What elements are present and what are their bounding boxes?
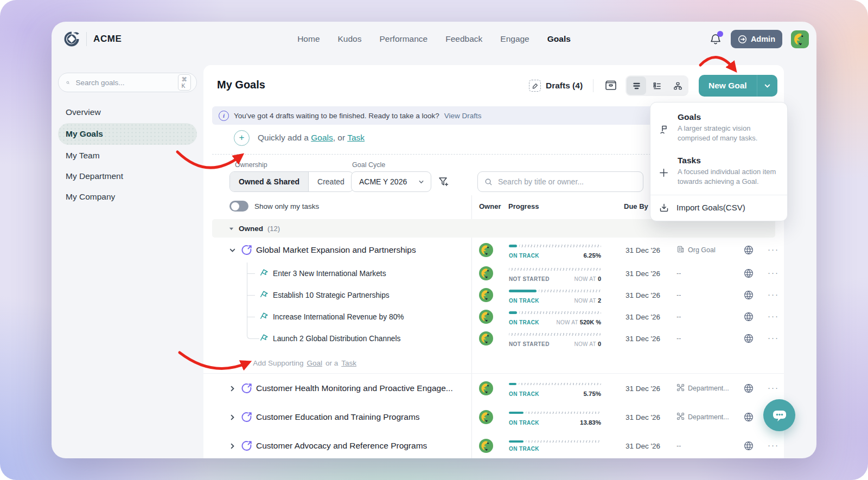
dropdown-item-goals[interactable]: Goals A larger strategic vision comprise… <box>650 106 787 149</box>
goal-title[interactable]: Customer Advocacy and Reference Programs <box>256 441 427 451</box>
ownership-owned-shared[interactable]: Owned & Shared <box>230 172 309 191</box>
search-goals-input[interactable] <box>75 78 173 87</box>
goal-flag-icon <box>659 112 671 144</box>
goal-title[interactable]: Customer Education and Training Programs <box>256 412 420 422</box>
goal-icon <box>240 411 253 424</box>
sidebar-item-my-company[interactable]: My Company <box>52 187 203 207</box>
chat-fab-button[interactable] <box>763 399 795 431</box>
goal-row[interactable]: Customer Health Monitoring and Proactive… <box>203 373 784 402</box>
dropdown-item-import-csv[interactable]: Import Goals(CSV) <box>650 195 787 221</box>
row-more-button[interactable]: ··· <box>768 245 779 254</box>
visibility-globe-icon <box>743 311 754 322</box>
owner-avatar[interactable] <box>479 266 493 280</box>
collapse-chevron-icon[interactable] <box>229 246 237 254</box>
admin-button[interactable]: Admin <box>731 30 782 48</box>
expand-chevron-icon[interactable] <box>229 413 237 421</box>
sidebar-item-my-department[interactable]: My Department <box>52 166 203 187</box>
task-title[interactable]: Establish 10 Strategic Partnerships <box>273 291 390 299</box>
header-divider <box>593 79 593 92</box>
progress-bar <box>509 440 601 443</box>
filter-add-icon[interactable] <box>438 176 450 188</box>
view-compact-rows[interactable] <box>627 76 646 95</box>
sidebar-item-my-team[interactable]: My Team <box>52 145 203 166</box>
nav-engage[interactable]: Engage <box>500 34 529 44</box>
table-search[interactable] <box>477 171 643 192</box>
nav-goals[interactable]: Goals <box>547 34 571 44</box>
metric-label: NOW AT <box>574 276 597 282</box>
expand-chevron-icon[interactable] <box>229 385 237 392</box>
goal-title[interactable]: Global Market Expansion and Partnerships <box>256 245 416 255</box>
sidebar-item-overview[interactable]: Overview <box>52 102 203 123</box>
nav-feedback[interactable]: Feedback <box>445 34 482 44</box>
row-more-button[interactable]: ··· <box>768 440 779 450</box>
progress-bar <box>509 412 601 414</box>
section-owned[interactable]: Owned (12) <box>212 219 775 238</box>
network-icon <box>676 412 685 422</box>
task-flag-icon <box>259 312 269 322</box>
org-icon <box>676 245 685 255</box>
drafts-button[interactable]: Drafts (4) <box>529 80 583 92</box>
row-more-button[interactable]: ··· <box>768 311 779 321</box>
due-date: 31 Dec '26 <box>626 313 660 321</box>
ownership-created[interactable]: Created <box>309 172 353 191</box>
quick-add-task-link[interactable]: Task <box>347 133 365 142</box>
new-goal-button[interactable]: New Goal <box>699 75 777 97</box>
goal-cycle-select[interactable]: ACME Y 2026 <box>351 171 431 192</box>
new-goal-dropdown-caret[interactable] <box>757 75 777 97</box>
goal-type-tag: -- <box>676 291 681 299</box>
network-icon <box>676 383 685 393</box>
show-only-my-tasks-toggle[interactable] <box>229 201 248 212</box>
add-plus-icon[interactable]: + <box>242 358 247 368</box>
add-supporting-goal-link[interactable]: Goal <box>307 359 322 367</box>
goal-row[interactable]: Global Market Expansion and Partnerships… <box>203 238 784 263</box>
notifications-bell-icon[interactable] <box>709 33 722 46</box>
row-more-button[interactable]: ··· <box>768 268 779 277</box>
owner-avatar[interactable] <box>479 331 493 345</box>
owner-avatar[interactable] <box>479 381 493 395</box>
owner-avatar[interactable] <box>479 310 493 324</box>
task-row[interactable]: Establish 10 Strategic Partnerships ON T… <box>203 284 784 306</box>
archive-icon[interactable] <box>604 79 618 93</box>
dropdown-item-tasks[interactable]: Tasks A focused individual action item t… <box>650 149 787 193</box>
task-title[interactable]: Enter 3 New International Markets <box>273 270 386 278</box>
nav-home[interactable]: Home <box>297 34 320 44</box>
owner-avatar[interactable] <box>479 288 493 302</box>
task-row[interactable]: Increase International Revenue by 80% ON… <box>203 306 784 328</box>
goal-icon <box>240 382 253 395</box>
goal-title[interactable]: Customer Health Monitoring and Proactive… <box>256 383 453 393</box>
row-more-button[interactable]: ··· <box>768 333 779 342</box>
user-avatar[interactable] <box>791 30 809 48</box>
metric-value: 6.25% <box>583 252 601 259</box>
goal-row[interactable]: Customer Advocacy and Reference Programs… <box>203 431 784 458</box>
progress-cell: ON TRACK 6.25% <box>509 244 601 256</box>
top-bar: ACME Home Kudos Performance Feedback Eng… <box>52 22 816 56</box>
goal-type-tag: Department... <box>676 383 729 393</box>
metric-value: 5.75% <box>583 391 601 397</box>
add-supporting-row: + Add Supporting Goal or a Task <box>203 355 784 371</box>
task-title[interactable]: Launch 2 Global Distribution Channels <box>273 335 400 343</box>
row-more-button[interactable]: ··· <box>768 383 779 392</box>
nav-performance[interactable]: Performance <box>379 34 427 44</box>
view-list[interactable] <box>647 76 667 95</box>
owner-avatar[interactable] <box>479 439 493 453</box>
expand-chevron-icon[interactable] <box>229 442 237 450</box>
task-row[interactable]: Enter 3 New International Markets NOT ST… <box>203 263 784 284</box>
goal-row[interactable]: Customer Education and Training Programs… <box>203 402 784 431</box>
table-search-input[interactable] <box>497 177 636 187</box>
search-shortcut-badge: ⌘ K <box>178 74 192 91</box>
row-more-button[interactable]: ··· <box>768 290 779 299</box>
task-title[interactable]: Increase International Revenue by 80% <box>273 313 404 321</box>
owner-avatar[interactable] <box>479 410 493 424</box>
view-org-chart[interactable] <box>668 76 687 95</box>
goal-search[interactable]: ⌘ K <box>58 73 197 92</box>
search-icon <box>484 178 493 186</box>
new-goal-dropdown-menu: Goals A larger strategic vision comprise… <box>650 102 788 221</box>
view-drafts-link[interactable]: View Drafts <box>444 112 482 120</box>
owner-avatar[interactable] <box>479 243 493 257</box>
quick-add-goal-link[interactable]: Goals <box>311 133 333 142</box>
task-row[interactable]: Launch 2 Global Distribution Channels NO… <box>203 328 784 349</box>
sidebar-item-my-goals[interactable]: My Goals <box>58 123 197 145</box>
quick-add-plus-icon[interactable]: + <box>234 130 250 146</box>
add-supporting-task-link[interactable]: Task <box>341 359 356 367</box>
nav-kudos[interactable]: Kudos <box>338 34 362 44</box>
